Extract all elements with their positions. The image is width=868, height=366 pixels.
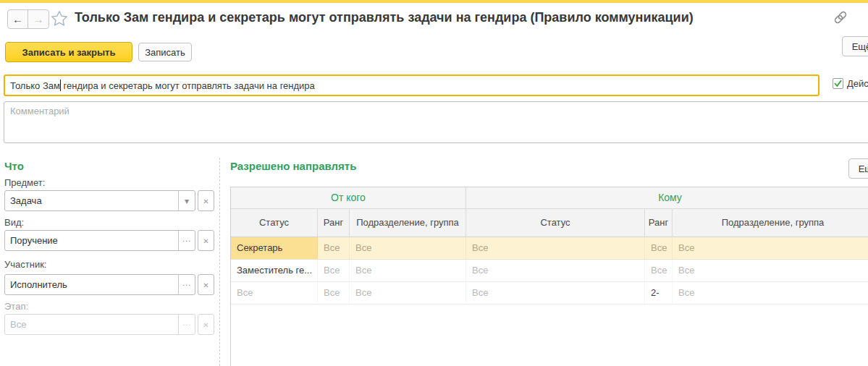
what-section-title: Что [4,160,24,172]
forward-arrow-icon: → [33,13,44,25]
table-column-header-row: Статус Ранг Подразделение, группа Статус… [231,209,868,237]
subject-clear-button[interactable] [198,190,214,211]
table-cell[interactable]: Все [673,282,868,304]
participant-input[interactable]: Исполнитель [4,274,195,295]
check-icon [833,79,843,88]
stage-field: Все [4,314,214,335]
subject-field: Задача [4,190,214,211]
table-cell[interactable]: Все [350,260,466,281]
stage-field-label: Этап: [4,301,28,312]
table-cell[interactable]: Все [466,237,645,259]
stage-clear-button [198,314,214,335]
ellipsis-icon[interactable] [178,231,195,250]
table-cell[interactable]: Заместитель ге... [231,260,318,281]
subject-field-label: Предмет: [4,177,45,188]
panel-separator [219,158,220,366]
table-cell[interactable]: Все [466,260,645,281]
ellipsis-icon [178,315,195,334]
table-row[interactable]: СекретарьВсеВсеВсеВсеВсе [231,237,868,260]
column-header-status-to[interactable]: Статус [466,209,645,237]
stage-value: Все [5,315,178,334]
table-cell[interactable]: Все [350,282,466,304]
page-title: Только Зам гендира и секретарь могут отп… [75,10,799,25]
table-row[interactable]: Заместитель ге...ВсеВсеВсеВсеВсе [231,260,868,282]
app-window: ← → Только Зам гендира и секретарь могут… [0,0,868,366]
form-more-button[interactable]: Ещё [842,36,868,56]
kind-clear-button[interactable] [198,230,214,251]
table-cell[interactable]: Все [645,237,673,259]
back-button[interactable]: ← [8,10,28,28]
participant-value: Исполнитель [5,275,178,294]
checkbox-box[interactable] [833,78,843,89]
nav-buttons: ← → [7,9,49,29]
kind-value: Поручение [5,231,178,250]
table-cell[interactable]: Все [350,237,466,259]
column-header-department-from[interactable]: Подразделение, группа [350,209,466,237]
column-header-rank-from[interactable]: Ранг [318,209,350,237]
clear-icon [203,237,208,245]
ellipsis-icon[interactable] [178,275,195,294]
permissions-section-title: Разрешено направлять [230,160,356,172]
table-cell[interactable]: Все [318,260,350,281]
forward-button[interactable]: → [28,10,49,28]
participant-field: Исполнитель [4,274,214,295]
rule-name-text-before-caret: Только Зам [10,80,60,91]
table-cell[interactable]: Секретарь [231,237,318,259]
dropdown-icon[interactable] [178,191,195,210]
active-checkbox-label: Действует [847,78,868,89]
column-header-department-to[interactable]: Подразделение, группа [673,209,868,237]
column-header-rank-to[interactable]: Ранг [645,209,673,237]
table-cell[interactable]: 2- [645,282,673,304]
get-link-icon[interactable] [833,9,848,27]
back-arrow-icon: ← [12,13,23,25]
favorite-star-icon[interactable] [50,9,69,30]
kind-input[interactable]: Поручение [4,230,195,251]
save-and-close-button[interactable]: Записать и закрыть [5,42,132,62]
table-row[interactable]: ВсеВсеВсеВсе2-Все [231,282,868,305]
rule-name-input[interactable]: Только Зам гендира и секретарь могут отп… [4,75,819,96]
clear-icon [203,281,208,289]
group-header-from: От кого [231,187,466,208]
window-more-menu-icon[interactable]: ⋮ [863,9,868,24]
table-cell[interactable]: Все [231,282,318,304]
clear-icon [203,197,208,205]
table-cell[interactable]: Все [318,237,350,259]
table-group-header-row: От кого Кому [231,187,868,209]
table-cell[interactable]: Все [673,237,868,259]
subject-value: Задача [5,191,178,210]
permissions-table: От кого Кому Статус Ранг Подразделение, … [230,187,868,366]
kind-field-label: Вид: [4,217,24,228]
table-cell[interactable]: Все [466,282,645,304]
column-header-status-from[interactable]: Статус [231,209,318,237]
table-more-button[interactable]: Ещё [848,158,868,179]
rule-name-text-after-caret: гендира и секретарь могут отправлять зад… [61,80,315,91]
active-checkbox[interactable]: Действует [833,78,868,89]
subject-input[interactable]: Задача [4,190,195,211]
table-cell[interactable]: Все [645,260,673,281]
participant-field-label: Участник: [4,259,46,270]
participant-clear-button[interactable] [198,274,214,295]
stage-input: Все [4,314,195,335]
table-body: СекретарьВсеВсеВсеВсеВсеЗаместитель ге..… [231,237,868,305]
comment-textarea[interactable]: Комментарий [4,101,868,143]
group-header-to: Кому [466,187,868,208]
window-accent-line [0,0,868,3]
table-cell[interactable]: Все [673,260,868,281]
save-button[interactable]: Записать [138,43,192,61]
kind-field: Поручение [4,230,214,251]
table-cell[interactable]: Все [318,282,350,304]
clear-icon [203,320,208,329]
